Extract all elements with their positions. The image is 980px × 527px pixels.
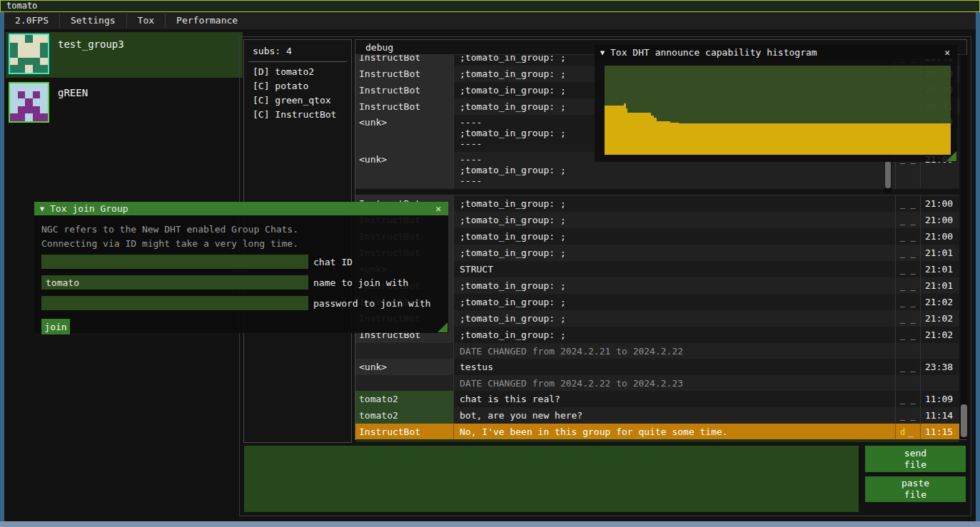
- status-cell: _ _: [895, 294, 920, 310]
- status-cell: _ _: [895, 391, 920, 407]
- avatar-pixel: [25, 50, 33, 58]
- avatar-pixel: [18, 50, 26, 58]
- join-window-title: Tox join Group: [50, 203, 434, 214]
- paste-file-button[interactable]: paste file: [865, 476, 966, 502]
- join-name-field[interactable]: [41, 275, 308, 290]
- field-label: password to join with: [313, 298, 430, 309]
- join-field-row: password to join with: [41, 296, 448, 310]
- time-cell: 21:01: [920, 261, 959, 277]
- avatar-pixel: [18, 113, 26, 121]
- window-title: tomato: [6, 1, 37, 11]
- message-cell: ;tomato_in_group: ;: [453, 228, 895, 245]
- avatar-pixel: [25, 43, 33, 51]
- join-group-window: ▼ Tox join Group ✕ NGC refers to the New…: [34, 202, 448, 333]
- resize-grip[interactable]: [946, 151, 956, 161]
- avatar-pixel: [40, 83, 48, 91]
- avatar-pixel: [18, 65, 26, 73]
- status-cell: _ _: [895, 228, 920, 245]
- time-cell: 21:02: [920, 294, 959, 310]
- message-cell: ;tomato_in_group: ;: [453, 310, 895, 327]
- status-cell: _ _: [895, 359, 920, 375]
- wm-titlebar[interactable]: tomato: [0, 0, 980, 12]
- chat-scrollbar-right[interactable]: [961, 55, 967, 439]
- chat-row: DATE CHANGED from 2024.2.21 to 2024.2.22: [355, 343, 959, 359]
- resize-grip[interactable]: [438, 322, 448, 332]
- join-field-row: name to join with: [41, 275, 448, 290]
- avatar-pixel: [40, 106, 48, 114]
- subs-member-potato[interactable]: [C] potato: [244, 79, 351, 93]
- status-cell: _ _: [895, 327, 920, 343]
- chat-id-field[interactable]: [41, 255, 308, 269]
- group-item-gREEN[interactable]: gREEN: [6, 81, 243, 126]
- collapse-icon[interactable]: ▼: [40, 205, 44, 213]
- avatar-pixel: [25, 58, 33, 66]
- join-fields: chat IDname to join withpassword to join…: [34, 255, 448, 310]
- tab-debug[interactable]: debug: [355, 40, 400, 53]
- avatar-pixel: [18, 83, 26, 91]
- avatar-pixel: [40, 58, 48, 66]
- name-cell: InstructBot: [355, 55, 453, 66]
- subs-member-green_qtox[interactable]: [C] green_qtox: [244, 93, 351, 108]
- name-cell: InstructBot: [355, 82, 453, 98]
- menu-item-tox[interactable]: Tox: [127, 12, 165, 29]
- name-cell: tomato2: [355, 391, 453, 407]
- avatar-pixel: [25, 113, 33, 121]
- status-cell: _ _: [895, 310, 920, 327]
- avatar-pixel: [33, 58, 41, 66]
- close-icon[interactable]: ✕: [943, 47, 951, 58]
- menu-item-2-0fps[interactable]: 2.0FPS: [4, 12, 59, 29]
- histogram-window-titlebar[interactable]: ▼ Tox DHT announce capability histogram …: [595, 45, 957, 59]
- group-name: gREEN: [58, 87, 88, 98]
- message-cell: No, I've been in this group for quite so…: [453, 424, 895, 440]
- join-password-field[interactable]: [41, 296, 308, 310]
- avatar-pixel: [40, 50, 48, 58]
- close-icon[interactable]: ✕: [434, 203, 443, 214]
- subs-member-tomato2[interactable]: [D] tomato2: [244, 65, 351, 79]
- chat-scrollbar-right-thumb[interactable]: [961, 404, 967, 437]
- histogram-bar: [605, 106, 624, 155]
- subs-title: subs: 4: [244, 40, 351, 56]
- status-cell: _ _: [895, 261, 920, 277]
- avatar-pixel: [10, 43, 18, 51]
- menu-item-settings[interactable]: Settings: [60, 12, 126, 29]
- subs-separator: [248, 61, 347, 62]
- avatar-pixel: [10, 58, 18, 66]
- join-button[interactable]: join: [41, 319, 70, 334]
- composer-input[interactable]: [244, 446, 859, 512]
- subs-member-InstructBot[interactable]: [C] InstructBot: [244, 108, 351, 122]
- avatar-pixel: [33, 35, 41, 43]
- status-flag: d: [900, 427, 905, 437]
- histogram-bar: [657, 121, 670, 155]
- avatar-pixel: [18, 58, 26, 66]
- avatar-pixel: [10, 106, 18, 114]
- field-label: chat ID: [313, 257, 353, 267]
- desktop: tomato 2.0FPSSettingsToxPerformance test…: [0, 0, 980, 527]
- name-cell: [355, 375, 453, 391]
- avatar-pixel: [33, 113, 41, 121]
- avatar-pixel: [18, 98, 26, 106]
- avatar-pixel: [18, 43, 26, 51]
- time-cell: 21:02: [920, 310, 959, 327]
- avatar-pixel: [25, 91, 33, 99]
- group-name: test_group3: [58, 39, 124, 50]
- group-item-test_group3[interactable]: test_group3: [6, 32, 243, 78]
- send-file-button[interactable]: send file: [865, 446, 966, 472]
- avatar-pixel: [33, 83, 41, 91]
- avatar-pixel: [25, 98, 33, 106]
- time-cell: [920, 375, 959, 391]
- avatar-pixel: [10, 91, 18, 99]
- join-window-titlebar[interactable]: ▼ Tox join Group ✕: [34, 202, 448, 215]
- avatar-pixel: [18, 35, 26, 43]
- collapse-icon[interactable]: ▼: [600, 48, 605, 56]
- avatar-pixel: [40, 35, 48, 43]
- message-cell: DATE CHANGED from 2024.2.22 to 2024.2.23: [453, 375, 895, 391]
- avatar-pixel: [10, 35, 18, 43]
- new-message-strip: [356, 439, 959, 442]
- chat-scrollbar-inner-thumb[interactable]: [885, 161, 891, 188]
- status-cell: _ _: [895, 277, 920, 294]
- name-cell: InstructBot: [355, 66, 453, 82]
- name-cell: InstructBot: [355, 98, 453, 115]
- histogram-bar: [670, 123, 679, 155]
- menu-item-performance[interactable]: Performance: [166, 12, 248, 29]
- avatar-pixel: [33, 50, 41, 58]
